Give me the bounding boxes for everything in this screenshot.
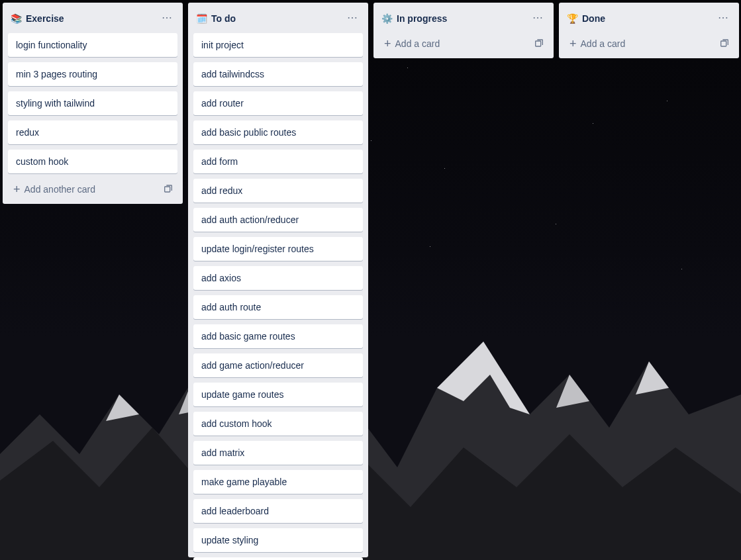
plus-icon: + [13, 185, 21, 194]
card[interactable]: add auth route [193, 295, 363, 319]
add-card-button[interactable]: +Add a card [379, 34, 527, 53]
list-header: 🗓️To do⋯ [188, 3, 368, 33]
list-emoji-icon: 🗓️ [196, 14, 207, 23]
card[interactable]: add form [193, 150, 363, 173]
create-from-template-button[interactable] [715, 34, 734, 53]
card[interactable]: styling with tailwind [8, 91, 177, 115]
list-emoji-icon: 📚 [11, 14, 22, 23]
add-card-label: Add another card [25, 184, 95, 195]
card[interactable]: redux [8, 120, 177, 144]
card[interactable]: add redux [193, 179, 363, 203]
card[interactable]: login functionality [8, 33, 177, 57]
list: 🗓️To do⋯init projectadd tailwindcssadd r… [188, 3, 368, 557]
add-card-label: Add a card [581, 38, 626, 49]
list-emoji-icon: 🏆 [567, 14, 578, 23]
list-cards: login functionalitymin 3 pages routingst… [3, 33, 183, 173]
list-menu-button[interactable]: ⋯ [342, 7, 363, 28]
card[interactable]: update styling [193, 528, 363, 552]
add-card-button[interactable]: +Add another card [8, 180, 156, 199]
card[interactable]: add basic game routes [193, 324, 363, 348]
card[interactable]: add auth action/reducer [193, 208, 363, 232]
card[interactable]: update game routes [193, 383, 363, 406]
add-card-button[interactable]: +Add a card [564, 34, 713, 53]
svg-rect-0 [165, 187, 170, 192]
list-footer: +Add a card [373, 34, 554, 58]
list-menu-button[interactable]: ⋯ [713, 7, 734, 28]
card[interactable]: make game playable [193, 470, 363, 494]
list-header: 🏆Done⋯ [559, 3, 739, 33]
card[interactable]: add tests [193, 557, 363, 560]
card[interactable]: add leaderboard [193, 499, 363, 523]
template-icon [534, 38, 544, 49]
list-header: 📚Exercise⋯ [3, 3, 183, 33]
list-footer: +Add a card [559, 34, 739, 58]
list-footer: +Add another card [3, 175, 183, 204]
list-header: ⚙️In progress⋯ [373, 3, 554, 33]
list: 🏆Done⋯+Add a card [559, 3, 739, 58]
card[interactable]: add basic public routes [193, 120, 363, 144]
list-title[interactable]: Done [581, 12, 710, 25]
card[interactable]: update login/register routes [193, 237, 363, 261]
list-menu-button[interactable]: ⋯ [527, 7, 548, 28]
kanban-board: 📚Exercise⋯login functionalitymin 3 pages… [0, 0, 741, 560]
card[interactable]: add router [193, 91, 363, 115]
create-from-template-button[interactable] [530, 34, 548, 53]
create-from-template-button[interactable] [159, 180, 177, 199]
list-title[interactable]: In progress [395, 12, 524, 25]
plus-icon: + [569, 39, 577, 48]
list-menu-button[interactable]: ⋯ [156, 7, 177, 28]
card[interactable]: add matrix [193, 441, 363, 465]
card[interactable]: init project [193, 33, 363, 57]
template-icon [163, 184, 173, 195]
plus-icon: + [384, 39, 391, 48]
list: 📚Exercise⋯login functionalitymin 3 pages… [3, 3, 183, 204]
template-icon [719, 38, 730, 49]
card[interactable]: add tailwindcss [193, 62, 363, 86]
list-emoji-icon: ⚙️ [381, 14, 393, 23]
card[interactable]: add axios [193, 266, 363, 290]
card[interactable]: add game action/reducer [193, 353, 363, 377]
svg-rect-3 [721, 41, 726, 46]
list-title[interactable]: To do [210, 12, 339, 25]
list-cards: init projectadd tailwindcssadd routeradd… [188, 33, 368, 560]
add-card-label: Add a card [395, 38, 440, 49]
list: ⚙️In progress⋯+Add a card [373, 3, 554, 58]
card[interactable]: add custom hook [193, 412, 363, 436]
card[interactable]: custom hook [8, 150, 177, 173]
list-title[interactable]: Exercise [25, 12, 154, 25]
card[interactable]: min 3 pages routing [8, 62, 177, 86]
svg-rect-2 [536, 41, 541, 46]
